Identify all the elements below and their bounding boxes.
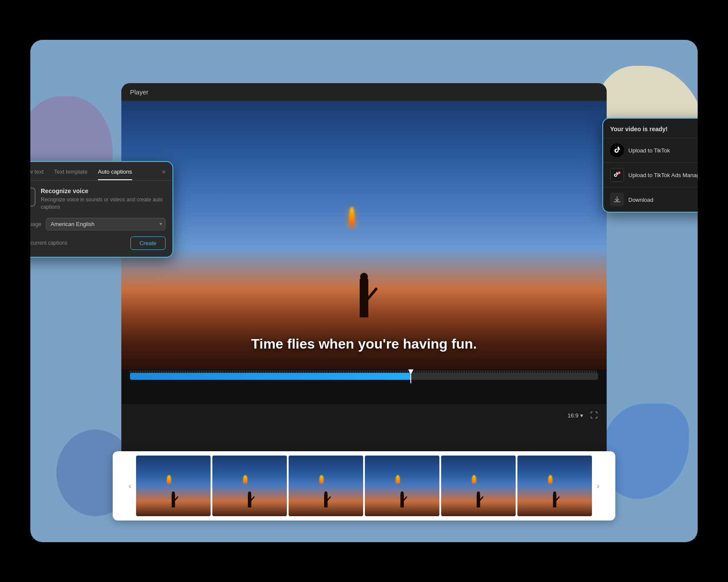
auto-captions-panel: New text Text template Auto captions « [30, 161, 173, 258]
playhead-triangle [408, 369, 413, 375]
film-frame-5 [441, 456, 516, 516]
language-label: Language [30, 221, 42, 227]
chevron-down-icon: ▾ [580, 412, 583, 419]
player-header: Player [121, 83, 607, 101]
flame-inner [349, 207, 354, 224]
flame [347, 207, 357, 233]
create-button-label: Create [140, 240, 156, 246]
filmstrip-right-arrow[interactable]: › [594, 482, 602, 490]
timeline-progress [130, 373, 411, 380]
ff-flame-5 [472, 475, 476, 484]
figure-body [360, 278, 368, 317]
subtitle-text: Time flies when you're having fun. [121, 336, 607, 352]
player-container: Player Time flies when you're having fun… [121, 83, 607, 499]
tab-auto-captions-label: Auto captions [98, 168, 132, 175]
tab-new-text-label: New text [30, 168, 44, 175]
ff-flame-4 [396, 475, 400, 484]
aspect-ratio-label: 16:9 [568, 412, 578, 419]
timeline-tick [130, 370, 130, 373]
ff-flame-3 [319, 475, 324, 484]
upload-tiktok-ads-item[interactable]: A Upload to TikTok Ads Manager › [603, 162, 698, 187]
bottom-controls: 16:9 ▾ ⛶ [121, 404, 607, 427]
ff-body-3 [324, 494, 328, 508]
timeline-area[interactable]: // Generate tick marks inline document.a… [121, 369, 607, 404]
film-frame-figure-1 [167, 477, 180, 508]
film-frame-2 [212, 456, 287, 516]
ff-body-4 [400, 494, 404, 508]
video-background: Time flies when you're having fun. [121, 101, 607, 369]
ff-body-2 [248, 494, 251, 508]
film-frame-figure-3 [319, 477, 332, 508]
film-frame-figure-2 [243, 477, 256, 508]
download-icon [610, 193, 624, 207]
film-frame-3 [289, 456, 363, 516]
upload-tiktok-left: Upload to TikTok [610, 143, 670, 157]
video-ready-header: Your video is ready! [603, 119, 698, 138]
panel-close-icon[interactable]: « [162, 168, 166, 180]
timeline-playhead[interactable] [408, 369, 413, 383]
playhead-line [410, 375, 411, 383]
bg-shape-blue-right [602, 404, 689, 499]
tab-text-template-label: Text template [54, 168, 88, 175]
film-frame-figure-5 [472, 477, 485, 508]
language-row: Language American English British Englis… [30, 218, 166, 230]
tab-text-template[interactable]: Text template [49, 168, 93, 180]
film-frame-figure-4 [396, 477, 409, 508]
clear-captions-button[interactable]: Clear current captions [30, 240, 67, 246]
voice-icon-symbol: A [30, 191, 31, 203]
player-title: Player [130, 88, 149, 96]
svg-text:A: A [618, 171, 620, 174]
recognize-voice-title: Recognize voice [41, 188, 166, 194]
panel-body: A Recognize voice Recognize voice in sou… [30, 181, 172, 257]
language-select-wrapper[interactable]: American English British English Spanish… [46, 218, 166, 230]
ff-flame-6 [548, 475, 552, 484]
video-area: Time flies when you're having fun. [121, 101, 607, 369]
upload-tiktok-ads-label: Upload to TikTok Ads Manager [628, 172, 698, 178]
ff-flame-1 [167, 475, 171, 484]
ff-body-1 [172, 494, 175, 508]
film-frame-4 [365, 456, 439, 516]
recognize-voice-section: A Recognize voice Recognize voice in sou… [30, 188, 166, 211]
download-left: Download [610, 193, 653, 207]
outer-frame: Player Time flies when you're having fun… [30, 40, 698, 542]
ff-body-6 [553, 494, 556, 508]
tiktok-icon [610, 143, 624, 157]
language-select[interactable]: American English British English Spanish… [46, 218, 166, 230]
recognize-voice-text: Recognize voice Recognize voice in sound… [41, 188, 166, 211]
figure-silhouette [347, 231, 381, 317]
film-frame-figure-6 [548, 477, 561, 508]
timeline-track[interactable] [130, 373, 598, 380]
film-frame-6 [517, 456, 592, 516]
upload-tiktok-item[interactable]: Upload to TikTok › [603, 138, 698, 162]
aspect-ratio-button[interactable]: 16:9 ▾ [568, 412, 583, 419]
fullscreen-icon: ⛶ [590, 411, 598, 420]
tab-new-text[interactable]: New text [30, 168, 49, 180]
recognize-voice-description: Recognize voice in sounds or videos and … [41, 196, 166, 211]
tab-auto-captions[interactable]: Auto captions [93, 168, 137, 180]
video-ready-panel: Your video is ready! Upload to TikTok › [602, 118, 698, 213]
ff-flame-2 [243, 475, 247, 484]
filmstrip: ‹ [113, 451, 615, 521]
tiktok-ads-icon: A [610, 168, 624, 182]
fullscreen-button[interactable]: ⛶ [590, 411, 598, 420]
ff-body-5 [477, 494, 480, 508]
download-item[interactable]: Download [603, 187, 698, 212]
upload-tiktok-label: Upload to TikTok [628, 147, 670, 154]
create-button[interactable]: Create [130, 236, 166, 250]
film-frame-1 [136, 456, 211, 516]
voice-recognition-icon: A [30, 188, 36, 207]
download-label: Download [628, 197, 653, 203]
clear-captions-label: Clear current captions [30, 240, 67, 246]
panel-actions: Clear current captions Create [30, 236, 166, 250]
filmstrip-left-arrow[interactable]: ‹ [126, 482, 134, 490]
panel-tabs: New text Text template Auto captions « [30, 162, 172, 181]
upload-tiktok-ads-left: A Upload to TikTok Ads Manager [610, 168, 698, 182]
